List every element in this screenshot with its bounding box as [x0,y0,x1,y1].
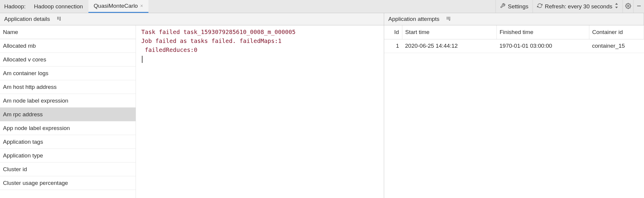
wrench-icon [500,3,505,10]
application-details-panel: Name Allocated mb Allocated v cores Am c… [0,25,384,198]
minimize-icon [636,3,642,10]
svg-point-2 [627,5,629,7]
cell-start-time: 2020-06-25 14:44:12 [402,39,496,53]
log-pane[interactable]: Task failed task_1593079285610_0008_m_00… [136,25,384,198]
tab-label: QuasiMonteCarlo [94,3,138,9]
details-column-header[interactable]: Name [0,25,136,39]
columns-icon[interactable] [56,16,62,23]
tab-hadoop-connection[interactable]: Hadoop connection [29,0,88,13]
list-item-label: App node label expression [3,125,70,132]
list-item[interactable]: Application tags [0,135,136,149]
list-item-label: Allocated mb [3,43,36,49]
svg-marker-1 [615,7,618,8]
list-item[interactable]: Application type [0,149,136,163]
header-container-id[interactable]: Container id [589,25,644,39]
top-toolbar: Hadoop: Hadoop connection QuasiMonteCarl… [0,0,644,13]
attempts-table: Id Start time Finished time Container id… [384,25,644,53]
list-item-label: Application tags [3,139,43,145]
list-item-label: Application type [3,152,43,159]
list-item-label: Cluster usage percentage [3,180,68,186]
list-item[interactable]: Am host http address [0,80,136,94]
subheader-row: Application details Application attempts [0,13,644,25]
details-column-label: Name [3,29,18,35]
svg-marker-0 [615,3,618,5]
cell-container-id: container_15 [589,39,644,53]
table-row[interactable]: 1 2020-06-25 14:44:12 1970-01-01 03:00:0… [384,39,644,53]
gear-icon [625,3,631,10]
header-id[interactable]: Id [384,25,402,39]
table-header-row: Id Start time Finished time Container id [384,25,644,39]
application-attempts-title: Application attempts [388,16,439,22]
list-item[interactable]: Cluster id [0,163,136,176]
list-item-label: Am rpc address [3,111,43,118]
application-attempts-header: Application attempts [384,13,644,25]
gear-button[interactable] [622,0,633,13]
settings-label: Settings [508,3,528,10]
tab-label: Hadoop connection [34,3,83,10]
list-item[interactable]: Am container logs [0,66,136,80]
refresh-icon [537,3,542,10]
cell-id: 1 [384,39,402,53]
text-cursor [142,56,142,63]
top-actions: Settings Refresh: every 30 seconds [496,0,644,13]
list-item[interactable]: Am rpc address [0,108,136,121]
header-finished-time[interactable]: Finished time [496,25,589,39]
list-item[interactable]: Am node label expression [0,94,136,108]
tab-strip: Hadoop: Hadoop connection QuasiMonteCarl… [3,0,496,13]
settings-button[interactable]: Settings [496,0,533,13]
log-line: Task failed task_1593079285610_0008_m_00… [141,29,296,35]
refresh-button[interactable]: Refresh: every 30 seconds [533,0,622,13]
tab-quasimontecarlo[interactable]: QuasiMonteCarlo × [88,0,148,13]
list-item-label: Allocated v cores [3,56,46,63]
details-list[interactable]: Name Allocated mb Allocated v cores Am c… [0,25,136,198]
minimize-button[interactable] [633,0,644,13]
cell-finished-time: 1970-01-01 03:00:00 [496,39,589,53]
list-item-label: Am container logs [3,70,48,77]
log-line: failedReduces:0 [141,47,197,53]
application-details-header: Application details [0,13,384,25]
refresh-label: Refresh: every 30 seconds [545,3,612,10]
list-item-label: Am host http address [3,84,57,90]
list-item[interactable]: Cluster usage percentage [0,176,136,190]
list-item-label: Am node label expression [3,98,68,104]
header-start-time[interactable]: Start time [402,25,496,39]
updown-icon [615,3,618,10]
list-item[interactable]: App node label expression [0,121,136,135]
columns-icon[interactable] [446,16,451,23]
main-content: Name Allocated mb Allocated v cores Am c… [0,25,644,198]
log-line: Job failed as tasks failed. failedMaps:1 [141,38,282,44]
toolbar-prefix: Hadoop: [3,3,29,10]
application-attempts-panel: Id Start time Finished time Container id… [384,25,644,198]
close-icon[interactable]: × [140,3,143,9]
list-item[interactable]: Allocated v cores [0,53,136,66]
application-details-title: Application details [4,16,50,22]
list-item[interactable]: Allocated mb [0,39,136,53]
list-item-label: Cluster id [3,166,27,173]
